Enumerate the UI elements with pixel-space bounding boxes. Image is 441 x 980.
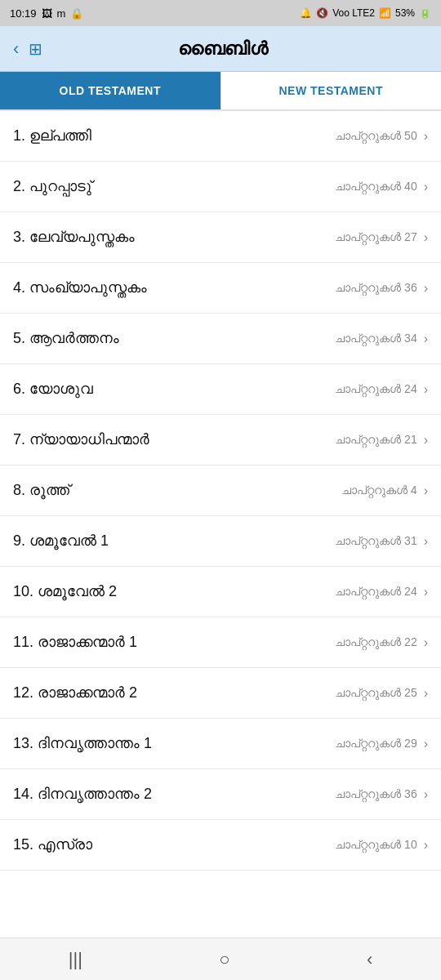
book-name: 13. ദിനവൃത്താന്തം 1 bbox=[13, 735, 152, 752]
book-list: 1. ഉല്പത്തിചാപ്റ്ററുകൾ 50›2. പുറപ്പാടു്ച… bbox=[0, 111, 441, 871]
book-chapters: ചാപ്റ്ററുകൾ 40› bbox=[335, 180, 428, 194]
book-name: 5. ആവർത്തനം bbox=[13, 330, 119, 347]
book-name: 9. ശമൂവേൽ 1 bbox=[13, 532, 109, 550]
book-name: 7. ന്യായാധിപന്മാർ bbox=[13, 431, 149, 448]
book-chapters: ചാപ്റ്ററുകൾ 22› bbox=[335, 635, 428, 650]
chapter-count: ചാപ്റ്ററുകൾ 40 bbox=[335, 180, 416, 194]
book-chapters: ചാപ്റ്ററുകൾ 24› bbox=[335, 382, 428, 397]
wifi-icon: 📶 bbox=[379, 7, 391, 19]
status-bar: 10:19 🖼 m 🔒 🔔 🔇 Voo LTE2 📶 53% 🔋 bbox=[0, 0, 441, 26]
chevron-right-icon: › bbox=[424, 230, 428, 245]
battery-icon: 🔋 bbox=[419, 7, 431, 19]
chapter-count: ചാപ്റ്ററുകൾ 21 bbox=[335, 433, 416, 447]
book-name: 4. സംഖ്യാപുസ്തകം bbox=[13, 279, 147, 296]
grid-button[interactable]: ⊞ bbox=[29, 39, 42, 59]
page-title: ബൈബിൾ bbox=[59, 38, 428, 60]
list-item[interactable]: 6. യോശുവചാപ്റ്ററുകൾ 24› bbox=[0, 364, 441, 415]
list-item[interactable]: 13. ദിനവൃത്താന്തം 1ചാപ്റ്ററുകൾ 29› bbox=[0, 719, 441, 769]
list-item[interactable]: 3. ലേവ്യപുസ്തകംചാപ്റ്ററുകൾ 27› bbox=[0, 212, 441, 263]
book-name: 2. പുറപ്പാടു് bbox=[13, 178, 91, 195]
book-name: 11. രാജാക്കന്മാർ 1 bbox=[13, 634, 137, 651]
nav-back-button[interactable]: ‹ bbox=[347, 942, 392, 977]
time-display: 10:19 bbox=[10, 7, 37, 20]
book-chapters: ചാപ്റ്ററുകൾ 4› bbox=[341, 483, 428, 498]
chevron-right-icon: › bbox=[424, 332, 428, 346]
book-name: 14. ദിനവൃത്താന്തം 2 bbox=[13, 786, 152, 803]
book-chapters: ചാപ്റ്ററുകൾ 10› bbox=[335, 838, 428, 853]
book-chapters: ചാപ്റ്ററുകൾ 50› bbox=[335, 129, 428, 144]
chapter-count: ചാപ്റ്ററുകൾ 22 bbox=[335, 635, 416, 649]
app-header: ‹ ⊞ ബൈബിൾ bbox=[0, 26, 441, 72]
nav-menu-button[interactable]: ||| bbox=[49, 942, 102, 977]
chevron-right-icon: › bbox=[424, 838, 428, 853]
list-item[interactable]: 10. ശമൂവേൽ 2ചാപ്റ്ററുകൾ 24› bbox=[0, 567, 441, 617]
book-chapters: ചാപ്റ്ററുകൾ 31› bbox=[335, 534, 428, 549]
mute-icon: 🔇 bbox=[316, 7, 328, 19]
list-item[interactable]: 11. രാജാക്കന്മാർ 1ചാപ്റ്ററുകൾ 22› bbox=[0, 617, 441, 668]
chapter-count: ചാപ്റ്ററുകൾ 4 bbox=[341, 483, 417, 497]
tab-bar: OLD TESTAMENT NEW TESTAMENT bbox=[0, 72, 441, 111]
book-chapters: ചാപ്റ്ററുകൾ 25› bbox=[335, 686, 428, 701]
list-item[interactable]: 12. രാജാക്കന്മാർ 2ചാപ്റ്ററുകൾ 25› bbox=[0, 668, 441, 719]
chapter-count: ചാപ്റ്ററുകൾ 36 bbox=[335, 281, 416, 295]
list-item[interactable]: 1. ഉല്പത്തിചാപ്റ്ററുകൾ 50› bbox=[0, 111, 441, 162]
chevron-right-icon: › bbox=[424, 129, 428, 144]
list-item[interactable]: 4. സംഖ്യാപുസ്തകംചാപ്റ്ററുകൾ 36› bbox=[0, 263, 441, 314]
book-name: 3. ലേവ്യപുസ്തകം bbox=[13, 229, 135, 246]
book-chapters: ചാപ്റ്ററുകൾ 21› bbox=[335, 433, 428, 448]
chevron-right-icon: › bbox=[424, 433, 428, 448]
chapter-count: ചാപ്റ്ററുകൾ 24 bbox=[335, 382, 416, 396]
signal-label: Voo LTE2 bbox=[332, 7, 375, 19]
list-item[interactable]: 8. രൂത്ത്ചാപ്റ്ററുകൾ 4› bbox=[0, 466, 441, 516]
book-chapters: ചാപ്റ്ററുകൾ 24› bbox=[335, 585, 428, 599]
book-chapters: ചാപ്റ്ററുകൾ 36› bbox=[335, 281, 428, 296]
chapter-count: ചാപ്റ്ററുകൾ 25 bbox=[335, 686, 416, 700]
chapter-count: ചാപ്റ്ററുകൾ 27 bbox=[335, 230, 416, 244]
chapter-count: ചാപ്റ്ററുകൾ 24 bbox=[335, 585, 416, 599]
book-chapters: ചാപ്റ്ററുകൾ 27› bbox=[335, 230, 428, 245]
alarm-icon: 🔔 bbox=[300, 7, 312, 19]
list-item[interactable]: 5. ആവർത്തനംചാപ്റ്ററുകൾ 34› bbox=[0, 314, 441, 364]
lock-icon: 🔒 bbox=[70, 7, 83, 20]
book-chapters: ചാപ്റ്ററുകൾ 34› bbox=[335, 332, 428, 346]
nav-home-button[interactable]: ○ bbox=[199, 942, 249, 977]
list-item[interactable]: 14. ദിനവൃത്താന്തം 2ചാപ്റ്ററുകൾ 36› bbox=[0, 769, 441, 820]
chevron-right-icon: › bbox=[424, 382, 428, 397]
nav-bar: ||| ○ ‹ bbox=[0, 938, 441, 980]
chevron-right-icon: › bbox=[424, 585, 428, 599]
chevron-right-icon: › bbox=[424, 281, 428, 296]
list-item[interactable]: 9. ശമൂവേൽ 1ചാപ്റ്ററുകൾ 31› bbox=[0, 516, 441, 567]
chevron-right-icon: › bbox=[424, 737, 428, 751]
status-left: 10:19 🖼 m 🔒 bbox=[10, 7, 83, 20]
status-right: 🔔 🔇 Voo LTE2 📶 53% 🔋 bbox=[300, 7, 431, 19]
book-name: 10. ശമൂവേൽ 2 bbox=[13, 583, 117, 600]
chapter-count: ചാപ്റ്ററുകൾ 31 bbox=[335, 534, 416, 548]
book-chapters: ചാപ്റ്ററുകൾ 29› bbox=[335, 737, 428, 751]
chapter-count: ചാപ്റ്ററുകൾ 36 bbox=[335, 787, 416, 801]
chevron-right-icon: › bbox=[424, 787, 428, 802]
list-item[interactable]: 7. ന്യായാധിപന്മാർചാപ്റ്ററുകൾ 21› bbox=[0, 415, 441, 466]
chapter-count: ചാപ്റ്ററുകൾ 50 bbox=[335, 129, 416, 143]
book-name: 15. എസ്രാ bbox=[13, 836, 92, 853]
list-item[interactable]: 15. എസ്രാചാപ്റ്ററുകൾ 10› bbox=[0, 820, 441, 871]
chapter-count: ചാപ്റ്ററുകൾ 29 bbox=[335, 737, 416, 751]
message-icon: m bbox=[57, 7, 66, 20]
chevron-right-icon: › bbox=[424, 180, 428, 194]
chapter-count: ചാപ്റ്ററുകൾ 10 bbox=[335, 838, 416, 852]
tab-old-testament[interactable]: OLD TESTAMENT bbox=[0, 72, 220, 109]
list-item[interactable]: 2. പുറപ്പാടു്ചാപ്റ്ററുകൾ 40› bbox=[0, 162, 441, 212]
chevron-right-icon: › bbox=[424, 686, 428, 701]
chevron-right-icon: › bbox=[424, 483, 428, 498]
battery-label: 53% bbox=[395, 7, 415, 19]
book-name: 6. യോശുവ bbox=[13, 381, 93, 398]
tab-new-testament[interactable]: NEW TESTAMENT bbox=[220, 72, 442, 109]
photo-icon: 🖼 bbox=[42, 7, 52, 20]
chevron-right-icon: › bbox=[424, 635, 428, 650]
book-name: 8. രൂത്ത് bbox=[13, 482, 69, 499]
book-name: 1. ഉല്പത്തി bbox=[13, 127, 91, 145]
chapter-count: ചാപ്റ്ററുകൾ 34 bbox=[335, 332, 416, 345]
book-chapters: ചാപ്റ്ററുകൾ 36› bbox=[335, 787, 428, 802]
back-button[interactable]: ‹ bbox=[13, 38, 19, 60]
chevron-right-icon: › bbox=[424, 534, 428, 549]
book-name: 12. രാജാക്കന്മാർ 2 bbox=[13, 684, 137, 702]
